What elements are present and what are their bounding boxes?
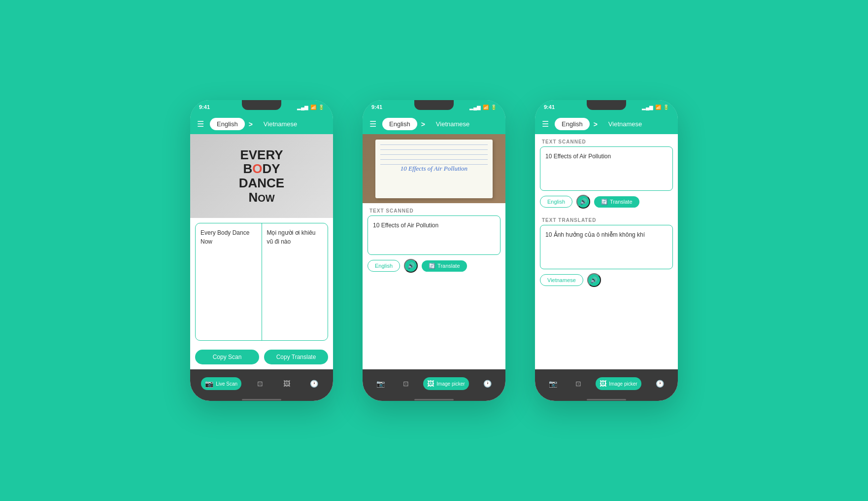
to-lang-pill-1[interactable]: Vietnamese (257, 118, 304, 130)
phone-2: 9:41 ▂▄▆ 📶 🔋 ☰ English > Vietnamese (363, 100, 505, 401)
copy-scan-button-1[interactable]: Copy Scan (195, 350, 259, 364)
translate-label-3: Translate (610, 199, 632, 205)
gallery-button-1[interactable]: 🖼 (279, 377, 294, 390)
text-scanned-box-3[interactable]: 10 Effects of Air Pollution (540, 146, 673, 191)
hamburger-icon-1[interactable]: ☰ (197, 119, 204, 129)
status-icons-3: ▂▄▆ 📶 🔋 (642, 105, 669, 110)
sound-button-translated-3[interactable]: 🔊 (587, 273, 601, 287)
speaker-icon-scan-3: 🔊 (580, 198, 587, 205)
live-scan-button-1[interactable]: 📷 Live Scan (201, 377, 241, 390)
status-time-2: 9:41 (371, 104, 382, 110)
image-picker-button-3[interactable]: 🖼 Image picker (596, 377, 641, 390)
phone-top-1: 9:41 ▂▄▆ 📶 🔋 ☰ English > Vietnamese (190, 100, 333, 134)
from-lang-pill-1[interactable]: English (210, 118, 245, 130)
notebook-image-2: 10 Effects of Air Pollution (363, 134, 505, 203)
speaker-icon-2: 🔊 (407, 262, 415, 269)
history-button-1[interactable]: 🕐 (306, 377, 322, 390)
sound-button-scan-3[interactable]: 🔊 (576, 195, 590, 209)
home-bar-2 (414, 399, 454, 400)
history-icon-2: 🕐 (483, 380, 492, 388)
scan-frame-button-1[interactable]: ⊡ (253, 377, 267, 390)
lang-translated-button-3[interactable]: Vietnamese (540, 274, 583, 286)
action-row-scan-3: English 🔊 🔄 Translate (535, 191, 678, 213)
translate-button-3[interactable]: 🔄 Translate (594, 196, 639, 208)
phone-1: 9:41 ▂▄▆ 📶 🔋 ☰ English > Vietnamese EVER… (190, 100, 333, 401)
scan-frame-button-3[interactable]: ⊡ (571, 377, 585, 390)
battery-icon-3: 🔋 (663, 105, 669, 110)
lang-button-3[interactable]: English (540, 196, 572, 208)
notebook-inner-2: 10 Effects of Air Pollution (375, 140, 493, 198)
from-lang-pill-3[interactable]: English (555, 118, 590, 130)
copy-translate-button-1[interactable]: Copy Translate (264, 350, 328, 364)
to-lang-pill-2[interactable]: Vietnamese (429, 118, 476, 130)
action-row-2: English 🔊 🔄 Translate (363, 255, 505, 277)
camera-button-3[interactable]: 📷 (545, 377, 561, 390)
scroll-content-2: 10 Effects of Air Pollution TEXT SCANNED… (363, 134, 505, 369)
gallery-icon-1: 🖼 (283, 380, 290, 388)
section-label-scan-3: TEXT SCANNED (535, 134, 678, 146)
battery-icon-1: 🔋 (318, 105, 324, 110)
camera-icon-1: 📷 (205, 380, 213, 388)
text-translated-box-3[interactable]: 10 Ảnh hưởng của ô nhiễm không khí (540, 225, 673, 269)
home-bar-1 (242, 399, 281, 400)
section-label-translated-3: TEXT TRANSLATED (535, 213, 678, 225)
arrow-icon-3: > (594, 120, 598, 128)
status-icons-2: ▂▄▆ 📶 🔋 (469, 105, 497, 110)
signal-icon-2: ▂▄▆ (469, 105, 481, 110)
status-time-1: 9:41 (199, 104, 210, 110)
camera-icon-3: 📷 (549, 380, 557, 388)
arrow-icon-2: > (421, 120, 425, 128)
scroll-content-1: EVERY BODY DANCE NOW Every Body Dance No… (190, 134, 333, 369)
text-scanned-box-2[interactable]: 10 Effects of Air Pollution (367, 215, 501, 255)
dance-image-1: EVERY BODY DANCE NOW (190, 134, 333, 218)
scan-panel-translated-1: Mọi người ơi khiêu vũ đi nào (262, 223, 328, 340)
home-bar-3 (587, 399, 626, 400)
bottom-toolbar-3: 📷 ⊡ 🖼 Image picker 🕐 (535, 369, 678, 398)
frame-icon-3: ⊡ (575, 380, 581, 388)
phones-container: 9:41 ▂▄▆ 📶 🔋 ☰ English > Vietnamese EVER… (190, 100, 678, 401)
status-icons-1: ▂▄▆ 📶 🔋 (297, 105, 324, 110)
gallery-icon-2: 🖼 (427, 380, 434, 388)
gallery-icon-3: 🖼 (600, 380, 606, 388)
nav-bar-2: ☰ English > Vietnamese (363, 114, 505, 134)
hamburger-icon-2[interactable]: ☰ (369, 119, 376, 129)
home-indicator-2 (363, 398, 505, 401)
home-indicator-3 (535, 398, 678, 401)
translate-button-2[interactable]: 🔄 Translate (422, 260, 467, 272)
scan-panel-original-1: Every Body Dance Now (196, 223, 262, 340)
signal-icon-1: ▂▄▆ (297, 105, 308, 110)
section-label-2: TEXT SCANNED (363, 203, 505, 215)
live-scan-label-1: Live Scan (216, 381, 237, 387)
sound-button-2[interactable]: 🔊 (404, 259, 418, 273)
dance-text-1: EVERY BODY DANCE NOW (239, 148, 284, 204)
notch-3 (587, 100, 626, 110)
home-indicator-1 (190, 398, 333, 401)
history-button-2[interactable]: 🕐 (479, 377, 496, 390)
translate-label-2: Translate (437, 263, 460, 269)
history-icon-3: 🕐 (656, 380, 664, 388)
camera-icon-2: 📷 (376, 380, 385, 388)
phone-top-3: 9:41 ▂▄▆ 📶 🔋 ☰ English > Vietnamese (535, 100, 678, 134)
to-lang-pill-3[interactable]: Vietnamese (601, 118, 649, 130)
frame-icon-1: ⊡ (257, 380, 263, 388)
hamburger-icon-3[interactable]: ☰ (542, 119, 549, 129)
translate-icon-3: 🔄 (601, 199, 608, 205)
wifi-icon-3: 📶 (655, 105, 661, 110)
copy-buttons-1: Copy Scan Copy Translate (190, 346, 333, 369)
phone-3: 9:41 ▂▄▆ 📶 🔋 ☰ English > Vietnamese TEXT… (535, 100, 678, 401)
lang-button-2[interactable]: English (367, 260, 400, 272)
wifi-icon-2: 📶 (483, 105, 489, 110)
phone-top-2: 9:41 ▂▄▆ 📶 🔋 ☰ English > Vietnamese (363, 100, 505, 134)
status-time-3: 9:41 (544, 104, 555, 110)
notch-1 (242, 100, 281, 110)
camera-button-2[interactable]: 📷 (372, 377, 389, 390)
image-picker-label-2: Image picker (436, 381, 465, 387)
translate-icon-2: 🔄 (429, 263, 435, 269)
frame-icon-2: ⊡ (403, 380, 409, 388)
history-button-3[interactable]: 🕐 (652, 377, 668, 390)
action-row-translated-3: Vietnamese 🔊 (535, 269, 678, 291)
scan-frame-button-2[interactable]: ⊡ (399, 377, 413, 390)
from-lang-pill-2[interactable]: English (382, 118, 417, 130)
image-picker-button-2[interactable]: 🖼 Image picker (423, 377, 468, 390)
wifi-icon-1: 📶 (310, 105, 316, 110)
